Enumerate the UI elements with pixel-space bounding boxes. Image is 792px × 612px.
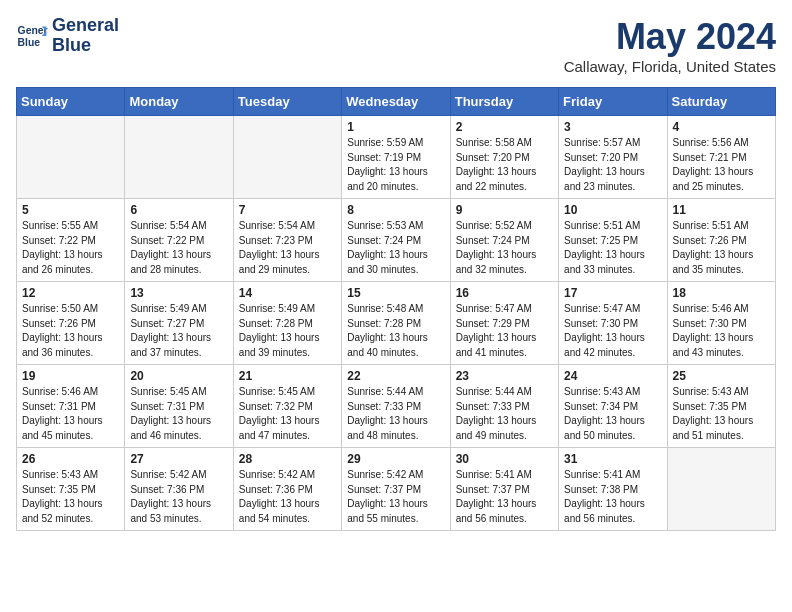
- day-cell: 31Sunrise: 5:41 AM Sunset: 7:38 PM Dayli…: [559, 448, 667, 531]
- day-number: 29: [347, 452, 444, 466]
- day-cell: 15Sunrise: 5:48 AM Sunset: 7:28 PM Dayli…: [342, 282, 450, 365]
- day-info: Sunrise: 5:43 AM Sunset: 7:34 PM Dayligh…: [564, 385, 661, 443]
- day-info: Sunrise: 5:52 AM Sunset: 7:24 PM Dayligh…: [456, 219, 553, 277]
- day-number: 25: [673, 369, 770, 383]
- day-info: Sunrise: 5:46 AM Sunset: 7:31 PM Dayligh…: [22, 385, 119, 443]
- day-info: Sunrise: 5:58 AM Sunset: 7:20 PM Dayligh…: [456, 136, 553, 194]
- day-info: Sunrise: 5:50 AM Sunset: 7:26 PM Dayligh…: [22, 302, 119, 360]
- day-cell: 10Sunrise: 5:51 AM Sunset: 7:25 PM Dayli…: [559, 199, 667, 282]
- day-number: 3: [564, 120, 661, 134]
- day-number: 30: [456, 452, 553, 466]
- weekday-header-wednesday: Wednesday: [342, 88, 450, 116]
- day-cell: 2Sunrise: 5:58 AM Sunset: 7:20 PM Daylig…: [450, 116, 558, 199]
- day-info: Sunrise: 5:51 AM Sunset: 7:26 PM Dayligh…: [673, 219, 770, 277]
- day-cell: 4Sunrise: 5:56 AM Sunset: 7:21 PM Daylig…: [667, 116, 775, 199]
- day-cell: [667, 448, 775, 531]
- day-cell: 14Sunrise: 5:49 AM Sunset: 7:28 PM Dayli…: [233, 282, 341, 365]
- day-info: Sunrise: 5:55 AM Sunset: 7:22 PM Dayligh…: [22, 219, 119, 277]
- day-number: 4: [673, 120, 770, 134]
- location: Callaway, Florida, United States: [564, 58, 776, 75]
- day-number: 24: [564, 369, 661, 383]
- day-cell: 17Sunrise: 5:47 AM Sunset: 7:30 PM Dayli…: [559, 282, 667, 365]
- day-cell: 21Sunrise: 5:45 AM Sunset: 7:32 PM Dayli…: [233, 365, 341, 448]
- day-info: Sunrise: 5:49 AM Sunset: 7:28 PM Dayligh…: [239, 302, 336, 360]
- day-cell: 6Sunrise: 5:54 AM Sunset: 7:22 PM Daylig…: [125, 199, 233, 282]
- day-info: Sunrise: 5:54 AM Sunset: 7:22 PM Dayligh…: [130, 219, 227, 277]
- day-info: Sunrise: 5:57 AM Sunset: 7:20 PM Dayligh…: [564, 136, 661, 194]
- day-cell: 16Sunrise: 5:47 AM Sunset: 7:29 PM Dayli…: [450, 282, 558, 365]
- day-number: 13: [130, 286, 227, 300]
- day-number: 21: [239, 369, 336, 383]
- day-cell: 9Sunrise: 5:52 AM Sunset: 7:24 PM Daylig…: [450, 199, 558, 282]
- day-info: Sunrise: 5:43 AM Sunset: 7:35 PM Dayligh…: [673, 385, 770, 443]
- day-cell: 28Sunrise: 5:42 AM Sunset: 7:36 PM Dayli…: [233, 448, 341, 531]
- day-number: 18: [673, 286, 770, 300]
- day-number: 14: [239, 286, 336, 300]
- month-title: May 2024: [564, 16, 776, 58]
- day-number: 22: [347, 369, 444, 383]
- day-info: Sunrise: 5:41 AM Sunset: 7:38 PM Dayligh…: [564, 468, 661, 526]
- day-number: 7: [239, 203, 336, 217]
- day-info: Sunrise: 5:41 AM Sunset: 7:37 PM Dayligh…: [456, 468, 553, 526]
- day-cell: 11Sunrise: 5:51 AM Sunset: 7:26 PM Dayli…: [667, 199, 775, 282]
- day-cell: 1Sunrise: 5:59 AM Sunset: 7:19 PM Daylig…: [342, 116, 450, 199]
- day-number: 31: [564, 452, 661, 466]
- day-cell: [17, 116, 125, 199]
- day-number: 6: [130, 203, 227, 217]
- day-cell: 3Sunrise: 5:57 AM Sunset: 7:20 PM Daylig…: [559, 116, 667, 199]
- day-cell: 25Sunrise: 5:43 AM Sunset: 7:35 PM Dayli…: [667, 365, 775, 448]
- week-row-1: 5Sunrise: 5:55 AM Sunset: 7:22 PM Daylig…: [17, 199, 776, 282]
- day-info: Sunrise: 5:45 AM Sunset: 7:32 PM Dayligh…: [239, 385, 336, 443]
- day-number: 16: [456, 286, 553, 300]
- day-number: 5: [22, 203, 119, 217]
- weekday-header-saturday: Saturday: [667, 88, 775, 116]
- day-number: 8: [347, 203, 444, 217]
- day-info: Sunrise: 5:46 AM Sunset: 7:30 PM Dayligh…: [673, 302, 770, 360]
- day-cell: 13Sunrise: 5:49 AM Sunset: 7:27 PM Dayli…: [125, 282, 233, 365]
- day-info: Sunrise: 5:47 AM Sunset: 7:30 PM Dayligh…: [564, 302, 661, 360]
- day-info: Sunrise: 5:43 AM Sunset: 7:35 PM Dayligh…: [22, 468, 119, 526]
- day-number: 27: [130, 452, 227, 466]
- calendar-table: SundayMondayTuesdayWednesdayThursdayFrid…: [16, 87, 776, 531]
- day-cell: 23Sunrise: 5:44 AM Sunset: 7:33 PM Dayli…: [450, 365, 558, 448]
- day-info: Sunrise: 5:45 AM Sunset: 7:31 PM Dayligh…: [130, 385, 227, 443]
- day-info: Sunrise: 5:44 AM Sunset: 7:33 PM Dayligh…: [347, 385, 444, 443]
- page-header: General Blue General Blue May 2024 Calla…: [16, 16, 776, 75]
- week-row-2: 12Sunrise: 5:50 AM Sunset: 7:26 PM Dayli…: [17, 282, 776, 365]
- day-info: Sunrise: 5:51 AM Sunset: 7:25 PM Dayligh…: [564, 219, 661, 277]
- weekday-header-monday: Monday: [125, 88, 233, 116]
- weekday-header-sunday: Sunday: [17, 88, 125, 116]
- day-cell: 30Sunrise: 5:41 AM Sunset: 7:37 PM Dayli…: [450, 448, 558, 531]
- day-number: 23: [456, 369, 553, 383]
- day-cell: 24Sunrise: 5:43 AM Sunset: 7:34 PM Dayli…: [559, 365, 667, 448]
- day-info: Sunrise: 5:56 AM Sunset: 7:21 PM Dayligh…: [673, 136, 770, 194]
- day-number: 10: [564, 203, 661, 217]
- day-number: 28: [239, 452, 336, 466]
- logo: General Blue General Blue: [16, 16, 119, 56]
- day-info: Sunrise: 5:42 AM Sunset: 7:36 PM Dayligh…: [130, 468, 227, 526]
- week-row-0: 1Sunrise: 5:59 AM Sunset: 7:19 PM Daylig…: [17, 116, 776, 199]
- day-number: 9: [456, 203, 553, 217]
- day-info: Sunrise: 5:42 AM Sunset: 7:37 PM Dayligh…: [347, 468, 444, 526]
- weekday-header-thursday: Thursday: [450, 88, 558, 116]
- day-number: 19: [22, 369, 119, 383]
- day-cell: 20Sunrise: 5:45 AM Sunset: 7:31 PM Dayli…: [125, 365, 233, 448]
- weekday-header-tuesday: Tuesday: [233, 88, 341, 116]
- week-row-4: 26Sunrise: 5:43 AM Sunset: 7:35 PM Dayli…: [17, 448, 776, 531]
- weekday-header-friday: Friday: [559, 88, 667, 116]
- day-number: 26: [22, 452, 119, 466]
- logo-icon: General Blue: [16, 20, 48, 52]
- day-cell: 18Sunrise: 5:46 AM Sunset: 7:30 PM Dayli…: [667, 282, 775, 365]
- day-cell: [125, 116, 233, 199]
- day-cell: 22Sunrise: 5:44 AM Sunset: 7:33 PM Dayli…: [342, 365, 450, 448]
- day-info: Sunrise: 5:48 AM Sunset: 7:28 PM Dayligh…: [347, 302, 444, 360]
- weekday-header-row: SundayMondayTuesdayWednesdayThursdayFrid…: [17, 88, 776, 116]
- day-cell: 8Sunrise: 5:53 AM Sunset: 7:24 PM Daylig…: [342, 199, 450, 282]
- day-number: 11: [673, 203, 770, 217]
- title-block: May 2024 Callaway, Florida, United State…: [564, 16, 776, 75]
- day-cell: 27Sunrise: 5:42 AM Sunset: 7:36 PM Dayli…: [125, 448, 233, 531]
- day-cell: 19Sunrise: 5:46 AM Sunset: 7:31 PM Dayli…: [17, 365, 125, 448]
- day-info: Sunrise: 5:54 AM Sunset: 7:23 PM Dayligh…: [239, 219, 336, 277]
- logo-text: General Blue: [52, 16, 119, 56]
- day-cell: 7Sunrise: 5:54 AM Sunset: 7:23 PM Daylig…: [233, 199, 341, 282]
